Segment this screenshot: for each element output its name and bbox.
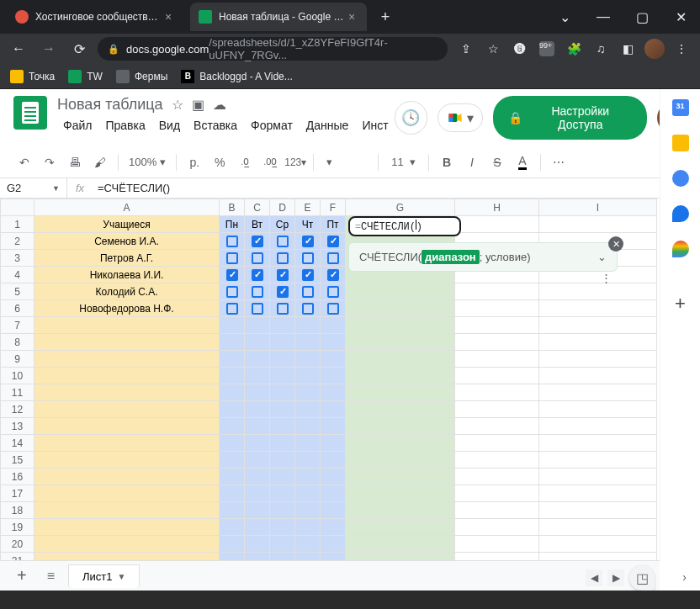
cell[interactable]: [295, 334, 321, 351]
cell[interactable]: [34, 435, 220, 452]
cell[interactable]: [270, 502, 295, 519]
cell[interactable]: [245, 519, 270, 536]
cell[interactable]: Колодий С.А.: [34, 283, 220, 300]
cell[interactable]: [346, 351, 455, 368]
chevron-down-icon[interactable]: ⌄: [597, 251, 607, 263]
decrease-decimal-button[interactable]: .0̲: [234, 151, 256, 173]
kebab-menu-icon[interactable]: ⋮: [601, 272, 612, 284]
cell[interactable]: [245, 334, 270, 351]
row-header[interactable]: 17: [1, 485, 34, 502]
checkbox-cell[interactable]: [220, 267, 245, 283]
browser-tab-0[interactable]: Хостинговое сообщество «Time... ×: [7, 3, 183, 31]
row-header[interactable]: 20: [1, 536, 34, 553]
print-button[interactable]: 🖶: [64, 151, 86, 173]
cell[interactable]: [34, 502, 220, 519]
bookmark-item[interactable]: Точка: [10, 70, 55, 83]
checkbox-cell[interactable]: [295, 233, 321, 250]
cloud-icon[interactable]: ☁: [213, 97, 226, 113]
cell[interactable]: [34, 519, 220, 536]
cell[interactable]: [220, 519, 245, 536]
cell[interactable]: [295, 452, 321, 469]
col-header[interactable]: C: [245, 199, 270, 216]
cell[interactable]: [295, 418, 321, 435]
row-header[interactable]: 1: [1, 216, 34, 233]
checkbox-cell[interactable]: [245, 233, 270, 250]
cell[interactable]: [34, 401, 220, 418]
profile-avatar-small[interactable]: [643, 37, 666, 61]
keep-icon[interactable]: [672, 135, 689, 151]
explore-button[interactable]: ◳: [629, 565, 655, 590]
doc-title[interactable]: Новая таблица: [57, 96, 163, 114]
cell[interactable]: [245, 317, 270, 334]
cell[interactable]: [270, 469, 295, 485]
font-size-select[interactable]: 11 ▾: [385, 155, 422, 169]
checkbox-cell[interactable]: [270, 267, 295, 283]
reload-button[interactable]: ⟳: [67, 37, 91, 61]
cell[interactable]: [270, 418, 295, 435]
cell[interactable]: [34, 536, 220, 553]
cell[interactable]: [245, 536, 270, 553]
cell[interactable]: [346, 502, 455, 519]
cell[interactable]: [321, 401, 346, 418]
col-header[interactable]: E: [295, 199, 321, 216]
cell[interactable]: [220, 536, 245, 553]
cell[interactable]: [295, 351, 321, 368]
cell[interactable]: [220, 452, 245, 469]
forward-button[interactable]: →: [37, 37, 61, 61]
row-header[interactable]: 2: [1, 233, 34, 250]
col-header[interactable]: H: [455, 199, 539, 216]
menu-формат[interactable]: Формат: [245, 117, 299, 134]
row-header[interactable]: 3: [1, 250, 34, 267]
cell[interactable]: [220, 317, 245, 334]
translate-icon[interactable]: 🅖: [508, 37, 532, 61]
add-sheet-button[interactable]: +: [10, 566, 34, 585]
row-header[interactable]: 18: [1, 502, 34, 519]
checkbox-cell[interactable]: [270, 250, 295, 267]
cell[interactable]: Пн: [220, 216, 245, 233]
cell[interactable]: [220, 502, 245, 519]
star-icon[interactable]: ☆: [172, 97, 183, 113]
col-header[interactable]: D: [270, 199, 295, 216]
checkbox-cell[interactable]: [245, 250, 270, 267]
cell[interactable]: [245, 368, 270, 384]
menu-вид[interactable]: Вид: [153, 117, 186, 134]
cell[interactable]: Ср: [270, 216, 295, 233]
maps-icon[interactable]: [672, 241, 689, 257]
checkbox-cell[interactable]: [321, 250, 346, 267]
checkbox-cell[interactable]: [220, 283, 245, 300]
cell[interactable]: [245, 401, 270, 418]
cell[interactable]: [34, 368, 220, 384]
checkbox-cell[interactable]: [220, 300, 245, 317]
cell[interactable]: [245, 351, 270, 368]
cell[interactable]: [220, 485, 245, 502]
minimize-button[interactable]: —: [584, 0, 623, 34]
cell[interactable]: [346, 401, 455, 418]
cell[interactable]: [321, 435, 346, 452]
cell[interactable]: [270, 351, 295, 368]
increase-decimal-button[interactable]: .00̲: [259, 151, 281, 173]
checkbox-cell[interactable]: [321, 233, 346, 250]
maximize-button[interactable]: ▢: [623, 0, 661, 34]
cell[interactable]: [34, 384, 220, 401]
cell[interactable]: [270, 435, 295, 452]
italic-button[interactable]: I: [461, 151, 483, 173]
checkbox-cell[interactable]: [270, 283, 295, 300]
checkbox-cell[interactable]: [220, 250, 245, 267]
cell[interactable]: [346, 435, 455, 452]
zoom-select[interactable]: 100% ▾: [125, 156, 169, 168]
tasks-icon[interactable]: [672, 170, 689, 187]
row-header[interactable]: 6: [1, 300, 34, 317]
checkbox-cell[interactable]: [295, 250, 321, 267]
font-family-select[interactable]: ▾: [321, 155, 371, 169]
cell[interactable]: Новофедорова Н.Ф.: [34, 300, 220, 317]
menu-данные[interactable]: Данные: [300, 117, 355, 134]
row-header[interactable]: 4: [1, 267, 34, 283]
percent-button[interactable]: %: [209, 151, 231, 173]
calendar-icon[interactable]: 31: [672, 99, 689, 116]
cell[interactable]: [346, 317, 455, 334]
spreadsheet-grid[interactable]: ABCDEFGHI1УчащиесяПнВтСрЧтПтПосещаемость…: [0, 199, 700, 582]
cell[interactable]: [34, 485, 220, 502]
undo-button[interactable]: ↶: [13, 151, 35, 173]
cell[interactable]: [295, 368, 321, 384]
cell[interactable]: [270, 368, 295, 384]
